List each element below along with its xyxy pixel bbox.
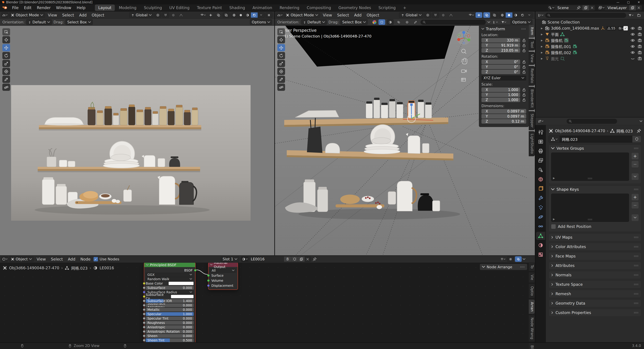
cursor-tool-button[interactable] bbox=[2, 36, 10, 43]
properties-tab-particles[interactable] bbox=[536, 204, 545, 212]
node-canvas[interactable]: Obj3d66-1490048-27-470 › 网格.023 › LE0016… bbox=[0, 263, 535, 342]
brush-button[interactable] bbox=[412, 19, 419, 25]
editor-type-button[interactable] bbox=[537, 12, 544, 18]
workspace-tab-geometry-nodes[interactable]: Geometry Nodes bbox=[335, 4, 374, 11]
tree-view-button[interactable] bbox=[492, 19, 498, 25]
menu-window[interactable]: Window bbox=[53, 5, 74, 11]
properties-tab-data[interactable] bbox=[536, 232, 545, 240]
workspace-tab-scripting[interactable]: Scripting bbox=[375, 4, 399, 11]
paint-mode-button[interactable] bbox=[395, 19, 402, 25]
add-menu[interactable]: Add bbox=[352, 12, 364, 18]
select-box-tool-button[interactable] bbox=[277, 28, 285, 35]
outliner-row[interactable]: ▶ 摄像机 bbox=[536, 37, 644, 43]
rendered-shading-button[interactable] bbox=[251, 12, 258, 18]
panel-grip[interactable] bbox=[634, 312, 639, 314]
overlays-toggle-button[interactable] bbox=[483, 12, 490, 18]
blender-logo-icon[interactable] bbox=[2, 5, 8, 10]
input-socket[interactable] bbox=[143, 317, 146, 320]
panel-grip[interactable] bbox=[521, 28, 526, 30]
node-menu[interactable]: Node bbox=[78, 256, 92, 262]
measure-tool-button[interactable] bbox=[277, 84, 285, 91]
panel-grip[interactable] bbox=[634, 274, 639, 276]
sidebar-tab-lightstudio[interactable]: LightStudio bbox=[529, 131, 535, 156]
lock-open-icon[interactable] bbox=[522, 38, 526, 42]
mesh-data-icon[interactable] bbox=[549, 136, 560, 142]
properties-tab-output[interactable] bbox=[536, 147, 545, 155]
sidebar-tab-view[interactable]: View bbox=[529, 52, 535, 65]
new-viewlayer-button[interactable] bbox=[629, 5, 636, 10]
outliner-item-label[interactable]: 3d66.com_1490048.max bbox=[551, 26, 599, 30]
select-menu[interactable]: Select bbox=[335, 12, 351, 18]
material-name[interactable]: LE0016 bbox=[248, 257, 284, 261]
eye-open-icon[interactable] bbox=[630, 38, 635, 42]
camera-data-icon[interactable] bbox=[564, 38, 568, 43]
scene-name[interactable]: Scene bbox=[555, 6, 575, 10]
sidebar-tab-stepper[interactable]: Stepper bbox=[529, 111, 535, 130]
panel-grip[interactable] bbox=[634, 293, 639, 295]
mesh-data-icon[interactable] bbox=[560, 32, 565, 37]
properties-tab-physics[interactable] bbox=[536, 213, 545, 221]
bsdf-row-anisotropic-rotation[interactable]: Anisotropic Rotation0.000 bbox=[146, 330, 194, 333]
list-grip[interactable] bbox=[588, 219, 593, 220]
pivot-point-button[interactable] bbox=[424, 12, 431, 18]
mask-mode-button[interactable] bbox=[387, 19, 394, 25]
specials-menu-button[interactable] bbox=[632, 214, 639, 221]
search-expand-chevron[interactable] bbox=[488, 21, 490, 23]
fake-user-shield-button[interactable] bbox=[632, 136, 641, 142]
maximize-button[interactable]: ▢ bbox=[623, 0, 634, 4]
panel-grip[interactable] bbox=[634, 246, 639, 248]
menu-file[interactable]: File bbox=[10, 5, 21, 11]
workspace-tab-texture-paint[interactable]: Texture Paint bbox=[194, 4, 225, 11]
expand-arrow-icon[interactable]: ▶ bbox=[540, 27, 544, 29]
outliner-row[interactable]: ▶ 摄像机.002 bbox=[536, 49, 644, 55]
bsdf-row-subsurface-anisotropy[interactable]: Subsurface Anisotropy0.000 bbox=[146, 304, 194, 307]
lock-open-icon[interactable] bbox=[522, 65, 526, 69]
bsdf-row-subsurface-co-[interactable]: Subsurface Co... bbox=[146, 295, 194, 298]
color-swatch[interactable] bbox=[168, 282, 194, 285]
properties-search-input[interactable] bbox=[566, 119, 617, 124]
overlays-chevron[interactable] bbox=[523, 258, 525, 261]
measure-tool-button[interactable] bbox=[2, 84, 10, 91]
workspace-tab-layout[interactable]: Layout bbox=[95, 4, 115, 11]
outliner-item-label[interactable]: 平面 bbox=[551, 31, 559, 37]
proportional-edit-button[interactable] bbox=[170, 12, 177, 18]
pin-icon[interactable] bbox=[636, 128, 641, 133]
list-grip[interactable] bbox=[588, 178, 593, 179]
camera-data-icon[interactable] bbox=[572, 50, 577, 55]
expand-arrow-icon[interactable]: ▶ bbox=[540, 39, 544, 42]
sidebar-tab-to[interactable]: To bbox=[529, 262, 535, 271]
transform-orientation-dropdown[interactable]: Global bbox=[399, 12, 424, 18]
snap-magnet-button[interactable] bbox=[162, 12, 169, 18]
eye-open-icon[interactable] bbox=[630, 32, 635, 36]
properties-tab-constraints[interactable] bbox=[536, 222, 545, 230]
rotate-tool-button[interactable] bbox=[277, 52, 285, 59]
lock-open-icon[interactable] bbox=[522, 98, 526, 102]
light-data-icon[interactable] bbox=[560, 56, 565, 61]
material-icon[interactable] bbox=[241, 257, 248, 262]
panel-header[interactable]: Vertex Groups bbox=[549, 145, 641, 152]
remove-button[interactable]: − bbox=[632, 202, 639, 209]
datablock-name-field[interactable]: 网格.023 bbox=[548, 136, 641, 143]
node-header[interactable]: Material Output bbox=[208, 263, 238, 267]
properties-tab-texture[interactable] bbox=[536, 251, 545, 259]
workspace-tab-shading[interactable]: Shading bbox=[226, 4, 248, 11]
bsdf-row-sheen[interactable]: Sheen0.000 bbox=[146, 334, 194, 338]
shading-options-chevron[interactable] bbox=[526, 12, 532, 18]
shader-type-dropdown[interactable]: Object bbox=[9, 256, 34, 262]
empty-axes-icon[interactable] bbox=[600, 26, 605, 31]
scene-icon[interactable] bbox=[548, 5, 555, 10]
value-field[interactable]: X0° bbox=[482, 59, 520, 64]
mode-dropdown[interactable]: Object Mode bbox=[284, 12, 320, 18]
workspace-tab-sculpting[interactable]: Sculpting bbox=[140, 4, 165, 11]
properties-tab-material[interactable] bbox=[536, 241, 545, 249]
outliner-row[interactable]: ▶ 3d66.com_1490048.max 554 ✓ bbox=[536, 25, 644, 31]
sidebar-tab-blender[interactable]: Blender bbox=[529, 343, 535, 349]
tool-search-input[interactable] bbox=[420, 20, 486, 25]
scene-selector[interactable]: Scene × bbox=[548, 5, 595, 10]
move-tool-button[interactable] bbox=[2, 44, 10, 51]
view-menu[interactable]: View bbox=[46, 12, 59, 18]
sidebar-tab-item[interactable]: Item bbox=[529, 24, 535, 38]
camera-disabled-icon[interactable] bbox=[638, 56, 642, 61]
falloff-curve-button[interactable] bbox=[178, 12, 184, 18]
rotation-mode-dropdown[interactable]: XYZ Euler bbox=[482, 75, 526, 80]
